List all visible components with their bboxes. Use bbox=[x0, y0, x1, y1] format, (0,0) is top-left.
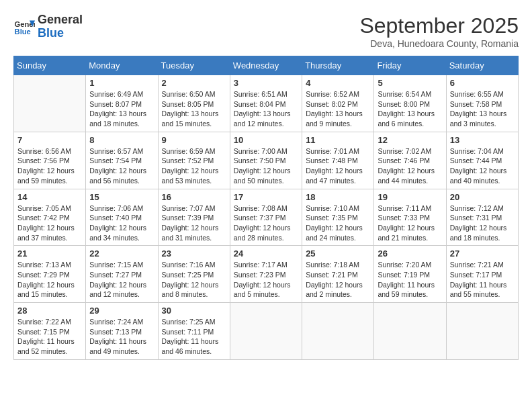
day-info: Sunrise: 7:24 AM Sunset: 7:13 PM Dayligh… bbox=[89, 317, 154, 357]
day-number: 7 bbox=[17, 135, 82, 145]
day-info: Sunrise: 6:52 AM Sunset: 8:02 PM Dayligh… bbox=[306, 89, 370, 129]
page-header: General Blue General Blue September 2025… bbox=[13, 13, 519, 49]
day-number: 25 bbox=[306, 248, 370, 259]
calendar-cell: 27Sunrise: 7:21 AM Sunset: 7:17 PM Dayli… bbox=[446, 246, 518, 303]
day-info: Sunrise: 7:15 AM Sunset: 7:27 PM Dayligh… bbox=[89, 260, 154, 300]
calendar-cell: 3Sunrise: 6:51 AM Sunset: 8:04 PM Daylig… bbox=[230, 75, 302, 132]
day-number: 8 bbox=[89, 135, 154, 145]
calendar-cell: 25Sunrise: 7:18 AM Sunset: 7:21 PM Dayli… bbox=[302, 246, 374, 303]
day-number: 17 bbox=[234, 192, 298, 202]
header-thursday: Thursday bbox=[302, 56, 374, 75]
header-saturday: Saturday bbox=[446, 56, 518, 75]
calendar-cell: 28Sunrise: 7:22 AM Sunset: 7:15 PM Dayli… bbox=[14, 303, 86, 360]
day-info: Sunrise: 7:05 AM Sunset: 7:42 PM Dayligh… bbox=[17, 203, 82, 243]
logo-text: General Blue bbox=[38, 13, 83, 40]
week-row-1: 7Sunrise: 6:56 AM Sunset: 7:56 PM Daylig… bbox=[14, 132, 519, 189]
calendar-cell: 21Sunrise: 7:13 AM Sunset: 7:29 PM Dayli… bbox=[14, 246, 86, 303]
calendar-cell: 23Sunrise: 7:16 AM Sunset: 7:25 PM Dayli… bbox=[158, 246, 230, 303]
title-area: September 2025 Deva, Hunedoara County, R… bbox=[359, 13, 519, 49]
day-number: 6 bbox=[450, 78, 515, 88]
day-number: 5 bbox=[378, 78, 442, 88]
day-info: Sunrise: 6:55 AM Sunset: 7:58 PM Dayligh… bbox=[450, 89, 515, 129]
week-row-2: 14Sunrise: 7:05 AM Sunset: 7:42 PM Dayli… bbox=[14, 189, 519, 246]
calendar-cell: 7Sunrise: 6:56 AM Sunset: 7:56 PM Daylig… bbox=[14, 132, 86, 189]
calendar-cell: 17Sunrise: 7:08 AM Sunset: 7:37 PM Dayli… bbox=[230, 189, 302, 246]
day-number: 9 bbox=[162, 135, 226, 145]
day-info: Sunrise: 6:59 AM Sunset: 7:52 PM Dayligh… bbox=[162, 146, 226, 186]
day-number: 27 bbox=[450, 248, 515, 259]
day-info: Sunrise: 7:08 AM Sunset: 7:37 PM Dayligh… bbox=[234, 203, 298, 243]
calendar-cell: 2Sunrise: 6:50 AM Sunset: 8:05 PM Daylig… bbox=[158, 75, 230, 132]
calendar-cell: 18Sunrise: 7:10 AM Sunset: 7:35 PM Dayli… bbox=[302, 189, 374, 246]
day-info: Sunrise: 6:51 AM Sunset: 8:04 PM Dayligh… bbox=[234, 89, 298, 129]
logo-icon: General Blue bbox=[13, 16, 35, 38]
calendar-cell: 26Sunrise: 7:20 AM Sunset: 7:19 PM Dayli… bbox=[374, 246, 446, 303]
day-number: 20 bbox=[450, 192, 515, 202]
calendar-cell: 5Sunrise: 6:54 AM Sunset: 8:00 PM Daylig… bbox=[374, 75, 446, 132]
calendar-cell bbox=[14, 75, 86, 132]
day-info: Sunrise: 7:10 AM Sunset: 7:35 PM Dayligh… bbox=[306, 203, 370, 243]
calendar-cell: 6Sunrise: 6:55 AM Sunset: 7:58 PM Daylig… bbox=[446, 75, 518, 132]
calendar-cell: 9Sunrise: 6:59 AM Sunset: 7:52 PM Daylig… bbox=[158, 132, 230, 189]
day-number: 2 bbox=[162, 78, 226, 88]
calendar-cell: 14Sunrise: 7:05 AM Sunset: 7:42 PM Dayli… bbox=[14, 189, 86, 246]
week-row-3: 21Sunrise: 7:13 AM Sunset: 7:29 PM Dayli… bbox=[14, 246, 519, 303]
day-number: 23 bbox=[162, 248, 226, 259]
calendar-cell bbox=[446, 303, 518, 360]
week-row-0: 1Sunrise: 6:49 AM Sunset: 8:07 PM Daylig… bbox=[14, 75, 519, 132]
day-number: 19 bbox=[378, 192, 442, 202]
svg-text:Blue: Blue bbox=[15, 28, 31, 36]
location: Deva, Hunedoara County, Romania bbox=[359, 38, 519, 49]
calendar-cell: 13Sunrise: 7:04 AM Sunset: 7:44 PM Dayli… bbox=[446, 132, 518, 189]
day-number: 4 bbox=[306, 78, 370, 88]
day-number: 29 bbox=[89, 306, 154, 316]
day-info: Sunrise: 7:18 AM Sunset: 7:21 PM Dayligh… bbox=[306, 260, 370, 300]
day-info: Sunrise: 6:50 AM Sunset: 8:05 PM Dayligh… bbox=[162, 89, 226, 129]
day-number: 22 bbox=[89, 248, 154, 259]
day-info: Sunrise: 7:17 AM Sunset: 7:23 PM Dayligh… bbox=[234, 260, 298, 300]
day-number: 28 bbox=[17, 306, 82, 316]
header-wednesday: Wednesday bbox=[230, 56, 302, 75]
calendar-cell: 29Sunrise: 7:24 AM Sunset: 7:13 PM Dayli… bbox=[86, 303, 158, 360]
day-info: Sunrise: 7:20 AM Sunset: 7:19 PM Dayligh… bbox=[378, 260, 442, 300]
day-number: 18 bbox=[306, 192, 370, 202]
day-info: Sunrise: 7:21 AM Sunset: 7:17 PM Dayligh… bbox=[450, 260, 515, 300]
day-info: Sunrise: 6:49 AM Sunset: 8:07 PM Dayligh… bbox=[89, 89, 154, 129]
calendar-cell: 11Sunrise: 7:01 AM Sunset: 7:48 PM Dayli… bbox=[302, 132, 374, 189]
day-number: 11 bbox=[306, 135, 370, 145]
header-monday: Monday bbox=[86, 56, 158, 75]
day-info: Sunrise: 7:02 AM Sunset: 7:46 PM Dayligh… bbox=[378, 146, 442, 186]
week-row-4: 28Sunrise: 7:22 AM Sunset: 7:15 PM Dayli… bbox=[14, 303, 519, 360]
logo: General Blue General Blue bbox=[13, 13, 83, 40]
day-info: Sunrise: 7:22 AM Sunset: 7:15 PM Dayligh… bbox=[17, 317, 82, 357]
calendar-cell bbox=[230, 303, 302, 360]
calendar-cell: 19Sunrise: 7:11 AM Sunset: 7:33 PM Dayli… bbox=[374, 189, 446, 246]
day-number: 14 bbox=[17, 192, 82, 202]
header-friday: Friday bbox=[374, 56, 446, 75]
calendar-cell bbox=[374, 303, 446, 360]
day-number: 16 bbox=[162, 192, 226, 202]
day-info: Sunrise: 7:11 AM Sunset: 7:33 PM Dayligh… bbox=[378, 203, 442, 243]
calendar-cell: 8Sunrise: 6:57 AM Sunset: 7:54 PM Daylig… bbox=[86, 132, 158, 189]
calendar-cell: 10Sunrise: 7:00 AM Sunset: 7:50 PM Dayli… bbox=[230, 132, 302, 189]
day-number: 1 bbox=[89, 78, 154, 88]
day-info: Sunrise: 7:04 AM Sunset: 7:44 PM Dayligh… bbox=[450, 146, 515, 186]
day-info: Sunrise: 7:12 AM Sunset: 7:31 PM Dayligh… bbox=[450, 203, 515, 243]
day-number: 3 bbox=[234, 78, 298, 88]
days-header-row: SundayMondayTuesdayWednesdayThursdayFrid… bbox=[14, 56, 519, 75]
day-number: 15 bbox=[89, 192, 154, 202]
calendar-cell: 30Sunrise: 7:25 AM Sunset: 7:11 PM Dayli… bbox=[158, 303, 230, 360]
day-info: Sunrise: 6:56 AM Sunset: 7:56 PM Dayligh… bbox=[17, 146, 82, 186]
calendar-cell: 12Sunrise: 7:02 AM Sunset: 7:46 PM Dayli… bbox=[374, 132, 446, 189]
calendar-cell: 4Sunrise: 6:52 AM Sunset: 8:02 PM Daylig… bbox=[302, 75, 374, 132]
calendar-cell: 20Sunrise: 7:12 AM Sunset: 7:31 PM Dayli… bbox=[446, 189, 518, 246]
day-number: 13 bbox=[450, 135, 515, 145]
calendar-cell: 15Sunrise: 7:06 AM Sunset: 7:40 PM Dayli… bbox=[86, 189, 158, 246]
day-info: Sunrise: 7:25 AM Sunset: 7:11 PM Dayligh… bbox=[162, 317, 226, 357]
day-number: 30 bbox=[162, 306, 226, 316]
calendar-cell: 24Sunrise: 7:17 AM Sunset: 7:23 PM Dayli… bbox=[230, 246, 302, 303]
day-number: 24 bbox=[234, 248, 298, 259]
day-info: Sunrise: 6:54 AM Sunset: 8:00 PM Dayligh… bbox=[378, 89, 442, 129]
day-info: Sunrise: 7:13 AM Sunset: 7:29 PM Dayligh… bbox=[17, 260, 82, 300]
day-info: Sunrise: 7:00 AM Sunset: 7:50 PM Dayligh… bbox=[234, 146, 298, 186]
